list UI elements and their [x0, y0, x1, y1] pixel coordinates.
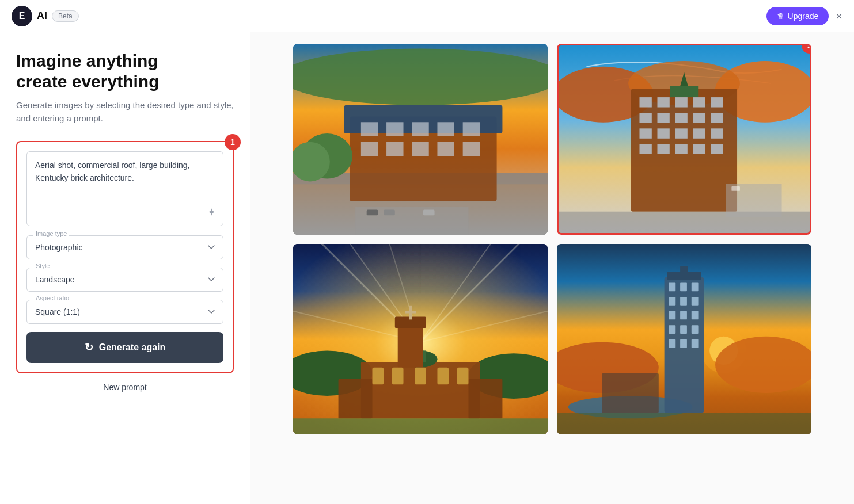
svg-rect-29: [639, 97, 651, 107]
main-content: Imagine anything create everything Gener…: [0, 32, 854, 504]
image-card[interactable]: [293, 244, 548, 435]
svg-rect-19: [367, 210, 378, 216]
app-header: E AI Beta ♛ Upgrade ×: [0, 0, 854, 32]
svg-rect-86: [680, 282, 687, 291]
prompt-textarea[interactable]: [35, 159, 215, 216]
aspect-ratio-select[interactable]: Square (1:1) Landscape (16:9) Portrait (…: [26, 300, 223, 324]
svg-rect-73: [392, 367, 404, 384]
svg-rect-75: [437, 367, 449, 384]
svg-rect-11: [361, 142, 378, 156]
svg-rect-97: [669, 339, 675, 348]
header-left: E AI Beta: [12, 6, 79, 26]
svg-rect-103: [557, 413, 811, 434]
svg-rect-37: [693, 113, 705, 123]
svg-rect-65: [468, 379, 502, 418]
svg-rect-51: [731, 186, 740, 191]
svg-rect-95: [680, 325, 687, 334]
svg-rect-94: [669, 325, 675, 334]
svg-rect-68: [398, 322, 423, 368]
image-type-select[interactable]: Photographic Illustration Digital Art Oi…: [26, 235, 223, 259]
prompt-area: ✦: [26, 151, 223, 226]
image-card[interactable]: [293, 44, 548, 235]
svg-rect-101: [680, 266, 688, 274]
svg-rect-21: [423, 210, 435, 216]
aspect-ratio-label: Aspect ratio: [33, 295, 71, 301]
svg-rect-6: [361, 122, 378, 136]
svg-rect-40: [657, 128, 669, 138]
svg-rect-90: [692, 297, 699, 306]
svg-rect-30: [657, 97, 669, 107]
svg-rect-42: [693, 128, 705, 138]
header-right: ♛ Upgrade ×: [766, 7, 842, 25]
generate-button[interactable]: ↻ Generate again: [26, 332, 223, 363]
svg-rect-92: [680, 311, 687, 319]
annotation-1: 1: [225, 134, 241, 150]
new-prompt-link[interactable]: New prompt: [16, 383, 234, 392]
svg-rect-48: [711, 144, 723, 154]
svg-rect-45: [657, 144, 669, 154]
svg-rect-87: [692, 282, 699, 291]
svg-rect-33: [711, 97, 723, 107]
svg-rect-89: [680, 297, 687, 306]
svg-rect-41: [675, 128, 687, 138]
close-button[interactable]: ×: [836, 10, 842, 22]
panel-heading: Imagine anything create everything: [16, 51, 234, 92]
form-box: 1 ✦ Image type Photographic Illustration…: [16, 141, 234, 373]
image-card[interactable]: [557, 244, 811, 435]
svg-rect-43: [711, 128, 723, 138]
app-title: AI: [37, 10, 47, 22]
svg-rect-64: [339, 379, 373, 418]
svg-rect-93: [692, 311, 699, 319]
svg-rect-46: [675, 144, 687, 154]
svg-rect-91: [669, 311, 675, 319]
svg-rect-88: [669, 297, 675, 306]
svg-point-1: [293, 49, 548, 105]
style-field: Style Landscape Portrait Abstract Minima…: [26, 268, 223, 292]
svg-rect-47: [693, 144, 705, 154]
svg-rect-9: [437, 122, 454, 136]
svg-rect-35: [657, 113, 669, 123]
image-type-label: Image type: [33, 230, 69, 237]
svg-rect-96: [692, 325, 699, 334]
svg-rect-44: [639, 144, 651, 154]
svg-rect-20: [384, 210, 395, 216]
panel-subtitle: Generate images by selecting the desired…: [16, 99, 234, 125]
left-panel: Imagine anything create everything Gener…: [0, 32, 250, 504]
svg-rect-14: [437, 142, 454, 156]
svg-rect-31: [675, 97, 687, 107]
svg-rect-15: [463, 142, 480, 156]
svg-rect-7: [386, 122, 403, 136]
svg-rect-39: [639, 128, 651, 138]
image-card-selected[interactable]: 2: [557, 44, 811, 235]
svg-rect-38: [711, 113, 723, 123]
svg-rect-76: [457, 367, 469, 384]
style-label: Style: [33, 262, 52, 269]
magic-wand-icon[interactable]: ✦: [207, 206, 216, 219]
svg-rect-99: [692, 339, 699, 348]
refresh-icon: ↻: [85, 341, 93, 354]
close-icon: ×: [836, 10, 842, 22]
style-select[interactable]: Landscape Portrait Abstract Minimalist: [26, 268, 223, 292]
svg-rect-72: [373, 367, 384, 384]
svg-rect-13: [412, 142, 428, 156]
svg-rect-74: [415, 367, 426, 384]
upgrade-button[interactable]: ♛ Upgrade: [766, 7, 829, 25]
svg-rect-10: [463, 122, 480, 136]
svg-rect-34: [639, 113, 651, 123]
aspect-ratio-field: Aspect ratio Square (1:1) Landscape (16:…: [26, 300, 223, 324]
svg-rect-77: [293, 418, 548, 434]
logo-icon: E: [12, 6, 32, 26]
crown-icon: ♛: [777, 12, 784, 21]
image-grid: 2: [293, 44, 811, 434]
svg-rect-102: [602, 373, 659, 413]
svg-rect-12: [386, 142, 403, 156]
svg-rect-36: [675, 113, 687, 123]
right-panel: 2: [250, 32, 854, 504]
svg-rect-32: [693, 97, 705, 107]
beta-badge: Beta: [52, 10, 79, 22]
svg-rect-85: [669, 282, 675, 291]
svg-rect-98: [680, 339, 687, 348]
image-type-field: Image type Photographic Illustration Dig…: [26, 235, 223, 259]
svg-rect-71: [405, 311, 416, 313]
svg-rect-8: [412, 122, 428, 136]
